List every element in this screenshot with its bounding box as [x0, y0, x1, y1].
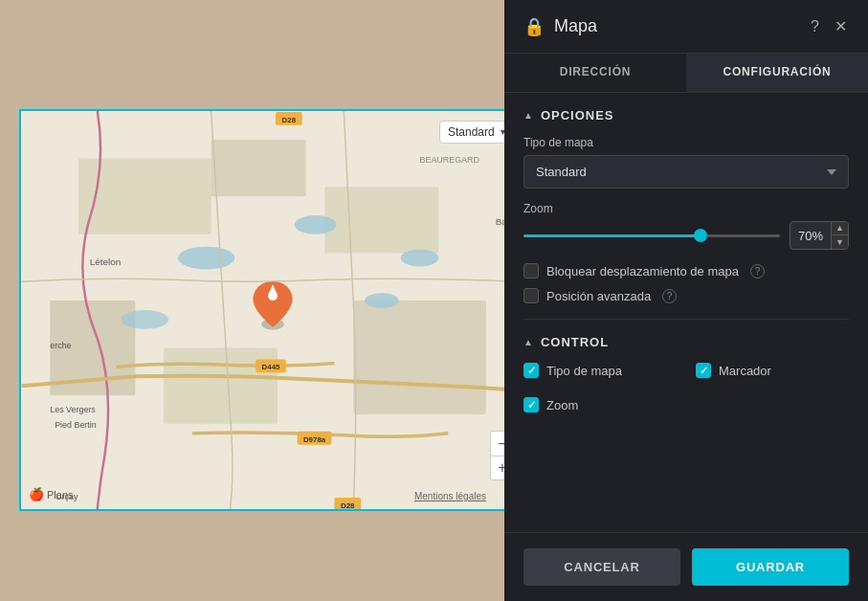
posicion-help-icon[interactable]: ?	[662, 289, 677, 303]
svg-text:Pied Bertin: Pied Bertin	[55, 420, 97, 430]
bloquear-checkbox[interactable]	[523, 263, 539, 278]
map-svg: D28 D445 D978a D28 Lételon erche Les Ver…	[21, 111, 524, 509]
bloquear-row: Bloquear desplazamiento de mapa ?	[523, 263, 849, 278]
zoom-slider-wrapper: 70% ▲ ▼	[523, 221, 849, 250]
control-zoom-checkbox[interactable]	[523, 397, 539, 412]
svg-point-8	[295, 215, 337, 234]
opciones-section-header[interactable]: ▲ OPCIONES	[523, 108, 849, 122]
control-marcador-label[interactable]: Marcador	[696, 363, 771, 378]
svg-point-11	[122, 310, 169, 329]
control-section-header[interactable]: ▲ CONTROL	[523, 335, 849, 349]
svg-rect-2	[211, 140, 306, 196]
mentions-legales-link[interactable]: Mentions légales	[414, 491, 486, 501]
svg-text:Lételon: Lételon	[90, 256, 121, 267]
control-marcador-row: Marcador	[696, 363, 849, 378]
panel-tabs: DIRECCIÓN CONFIGURACIÓN	[504, 54, 868, 93]
control-tipo-mapa-checkbox[interactable]	[523, 363, 539, 378]
zoom-value-display: 70%	[790, 229, 831, 243]
tab-direccion[interactable]: DIRECCIÓN	[504, 54, 686, 92]
tipo-mapa-group: Tipo de mapa Standard Satellite Hybrid	[523, 136, 849, 202]
cancel-button[interactable]: CANCELAR	[523, 548, 680, 586]
control-zoom-row: Zoom	[523, 397, 677, 412]
posicion-label[interactable]: Posición avanzada ?	[523, 288, 677, 303]
control-chevron-icon: ▲	[523, 337, 533, 347]
panel-footer: CANCELAR GUARDAR	[504, 532, 868, 601]
help-button[interactable]: ?	[809, 16, 821, 37]
svg-text:Les Vergers: Les Vergers	[50, 405, 96, 414]
svg-rect-3	[324, 187, 438, 253]
svg-rect-6	[353, 300, 486, 414]
posicion-row: Posición avanzada ?	[523, 288, 849, 303]
opciones-chevron-icon: ▲	[523, 110, 533, 121]
bloquear-help-icon[interactable]: ?	[750, 264, 765, 278]
panel-header: 🔒 Mapa ? ✕	[504, 0, 868, 54]
opciones-section-title: OPCIONES	[541, 108, 614, 122]
section-divider	[523, 319, 849, 320]
posicion-checkbox[interactable]	[523, 288, 539, 303]
apple-maps-logo: 🍎 Plans	[29, 487, 74, 501]
panel-header-actions: ? ✕	[809, 15, 849, 37]
svg-text:D28: D28	[341, 501, 355, 509]
bloquear-label[interactable]: Bloquear desplazamiento de mapa ?	[523, 263, 765, 278]
settings-panel: 🔒 Mapa ? ✕ DIRECCIÓN CONFIGURACIÓN ▲ OPC…	[504, 0, 868, 601]
svg-rect-1	[78, 159, 211, 234]
control-tipo-mapa-row: Tipo de mapa	[523, 363, 677, 378]
zoom-spinners: ▲ ▼	[831, 221, 848, 250]
close-button[interactable]: ✕	[833, 15, 849, 37]
svg-text:D445: D445	[262, 363, 281, 371]
map-container: D28 D445 D978a D28 Lételon erche Les Ver…	[19, 109, 526, 511]
svg-point-9	[365, 293, 399, 308]
control-grid: Tipo de mapa Marcador Zoom	[523, 363, 849, 422]
control-section-title: CONTROL	[541, 335, 609, 349]
svg-text:BEAUREGARD: BEAUREGARD	[420, 155, 479, 165]
tipo-mapa-select[interactable]: Standard Satellite Hybrid	[523, 155, 849, 189]
map-icon: 🔒	[523, 16, 545, 37]
control-zoom-label[interactable]: Zoom	[523, 397, 578, 412]
tipo-mapa-label: Tipo de mapa	[523, 136, 849, 149]
svg-text:D978a: D978a	[303, 435, 326, 444]
zoom-increment-button[interactable]: ▲	[832, 221, 848, 235]
zoom-decrement-button[interactable]: ▼	[832, 235, 848, 250]
save-button[interactable]: GUARDAR	[692, 548, 849, 586]
control-tipo-mapa-label[interactable]: Tipo de mapa	[523, 363, 622, 378]
zoom-value-box: 70% ▲ ▼	[790, 221, 849, 250]
zoom-group: Zoom 70% ▲ ▼	[523, 202, 849, 250]
panel-title: Mapa	[554, 16, 799, 36]
svg-text:erche: erche	[50, 341, 71, 350]
zoom-label: Zoom	[523, 202, 849, 215]
map-background: D28 D445 D978a D28 Lételon erche Les Ver…	[21, 111, 524, 509]
svg-point-7	[178, 247, 234, 270]
tab-configuracion[interactable]: CONFIGURACIÓN	[686, 54, 868, 92]
control-marcador-checkbox[interactable]	[696, 363, 711, 378]
zoom-slider[interactable]	[523, 234, 780, 237]
svg-point-10	[401, 250, 439, 267]
panel-body: ▲ OPCIONES Tipo de mapa Standard Satelli…	[504, 93, 868, 532]
svg-text:D28: D28	[282, 116, 297, 124]
